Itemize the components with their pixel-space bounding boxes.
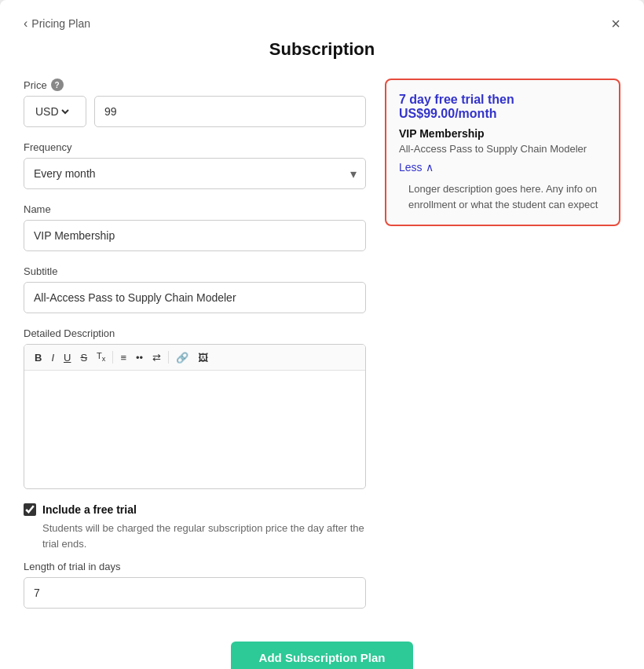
editor-toolbar: B I U S Tx ≡ •• ⇄ 🔗 🖼 <box>24 345 365 371</box>
underline-button[interactable]: U <box>60 350 75 365</box>
price-group: Price ? USD EUR GBP <box>24 79 366 127</box>
name-label: Name <box>24 203 366 215</box>
add-subscription-button[interactable]: Add Subscription Plan <box>231 642 414 669</box>
subtitle-group: Subtitle <box>24 265 366 313</box>
name-input[interactable] <box>24 220 366 251</box>
toolbar-separator-2 <box>168 351 169 364</box>
preview-price-line: 7 day free trial then US$99.00/month <box>399 93 606 121</box>
modal-header: ‹ Pricing Plan × <box>24 16 620 31</box>
price-row: USD EUR GBP <box>24 96 366 127</box>
price-help-icon[interactable]: ? <box>51 79 64 91</box>
preview-card: 7 day free trial then US$99.00/month VIP… <box>385 79 620 226</box>
image-button[interactable]: 🖼 <box>194 350 212 365</box>
preview-subtitle: All-Access Pass to Supply Chain Modeler <box>399 143 606 155</box>
right-column: 7 day free trial then US$99.00/month VIP… <box>385 79 620 623</box>
name-group: Name <box>24 203 366 251</box>
free-trial-checkbox[interactable] <box>24 503 36 516</box>
currency-dropdown[interactable]: USD EUR GBP <box>32 104 71 119</box>
content-layout: Price ? USD EUR GBP Frequency <box>24 79 620 623</box>
description-group: Detailed Description B I U S Tx ≡ •• ⇄ 🔗 <box>24 327 366 489</box>
price-input[interactable] <box>94 96 366 127</box>
submit-area: Add Subscription Plan <box>24 642 620 669</box>
editor-container: B I U S Tx ≡ •• ⇄ 🔗 🖼 <box>24 344 366 489</box>
bold-button[interactable]: B <box>31 350 46 365</box>
back-link-label: Pricing Plan <box>31 17 90 30</box>
left-column: Price ? USD EUR GBP Frequency <box>24 79 366 623</box>
ordered-list-button[interactable]: ≡ <box>116 350 130 365</box>
trial-days-input[interactable] <box>24 577 366 609</box>
free-trial-label[interactable]: Include a free trial <box>42 503 137 516</box>
preview-name: VIP Membership <box>399 127 606 140</box>
trial-days-label: Length of trial in days <box>24 561 366 572</box>
preview-less-button[interactable]: Less ∧ <box>399 161 606 174</box>
frequency-select[interactable]: Every month Every year Every week <box>24 158 366 189</box>
link-button[interactable]: 🔗 <box>172 350 192 365</box>
editor-body[interactable] <box>24 371 365 488</box>
modal-container: ‹ Pricing Plan × Subscription Price ? US… <box>0 0 644 669</box>
currency-select[interactable]: USD EUR GBP <box>24 96 86 127</box>
back-arrow-icon: ‹ <box>24 16 27 31</box>
close-button[interactable]: × <box>611 16 620 31</box>
preview-description: Longer description goes here. Any info o… <box>399 181 606 212</box>
description-label: Detailed Description <box>24 327 366 339</box>
back-link[interactable]: ‹ Pricing Plan <box>24 16 90 31</box>
clear-format-button[interactable]: Tx <box>93 349 109 365</box>
free-trial-row: Include a free trial <box>24 503 366 516</box>
indent-button[interactable]: ⇄ <box>148 350 165 365</box>
strikethrough-button[interactable]: S <box>76 350 91 365</box>
modal-title: Subscription <box>24 39 620 60</box>
free-trial-section: Include a free trial Students will be ch… <box>24 503 366 609</box>
trial-description: Students will be charged the regular sub… <box>42 521 366 551</box>
subtitle-label: Subtitle <box>24 265 366 277</box>
frequency-label: Frequency <box>24 141 366 153</box>
chevron-up-icon: ∧ <box>426 161 434 174</box>
subtitle-input[interactable] <box>24 282 366 313</box>
unordered-list-button[interactable]: •• <box>132 350 147 365</box>
price-label: Price ? <box>24 79 366 91</box>
preview-less-label: Less <box>399 161 423 174</box>
toolbar-separator-1 <box>112 351 113 364</box>
italic-button[interactable]: I <box>47 350 58 365</box>
frequency-select-wrapper: Every month Every year Every week <box>24 158 366 189</box>
frequency-group: Frequency Every month Every year Every w… <box>24 141 366 189</box>
